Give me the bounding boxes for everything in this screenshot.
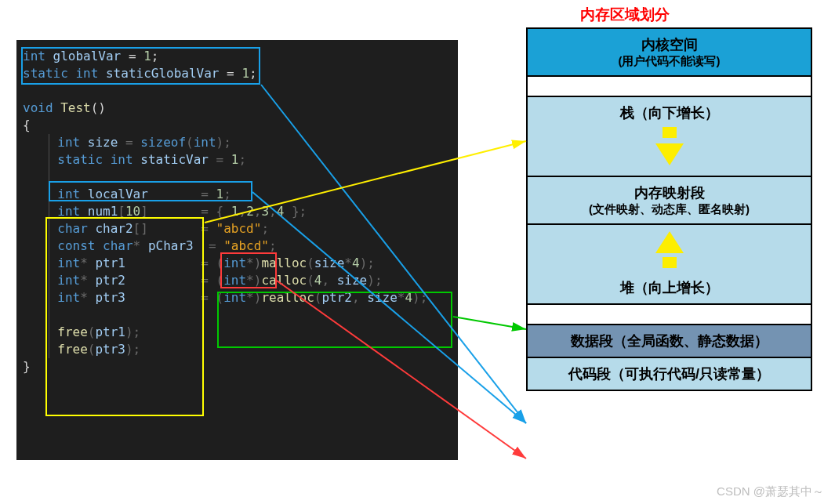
box-globals bbox=[21, 47, 260, 85]
region-stack: 栈（向下增长） bbox=[528, 97, 811, 177]
box-locals bbox=[45, 217, 204, 416]
region-kernel: 内核空间 (用户代码不能读写) bbox=[528, 29, 811, 77]
box-staticvar bbox=[49, 181, 252, 201]
region-heap: 堆（向上增长） bbox=[528, 225, 811, 305]
box-strings bbox=[220, 252, 277, 288]
region-gap bbox=[528, 77, 811, 97]
region-gap2 bbox=[528, 305, 811, 325]
region-data: 数据段（全局函数、静态数据） bbox=[528, 325, 811, 358]
arrow-down-icon bbox=[655, 143, 684, 165]
watermark: CSDN @萧瑟其中～ bbox=[717, 484, 824, 499]
box-heapcalls bbox=[217, 292, 452, 348]
arrow-up-icon bbox=[655, 231, 684, 253]
region-code: 代码段（可执行代码/只读常量） bbox=[528, 358, 811, 390]
svg-line-3 bbox=[453, 317, 526, 329]
diagram-title: 内存区域划分 bbox=[580, 5, 670, 25]
region-mmap: 内存映射段 (文件映射、动态库、匿名映射) bbox=[528, 177, 811, 225]
memory-layout-table: 内核空间 (用户代码不能读写) 栈（向下增长） 内存映射段 (文件映射、动态库、… bbox=[526, 27, 812, 391]
